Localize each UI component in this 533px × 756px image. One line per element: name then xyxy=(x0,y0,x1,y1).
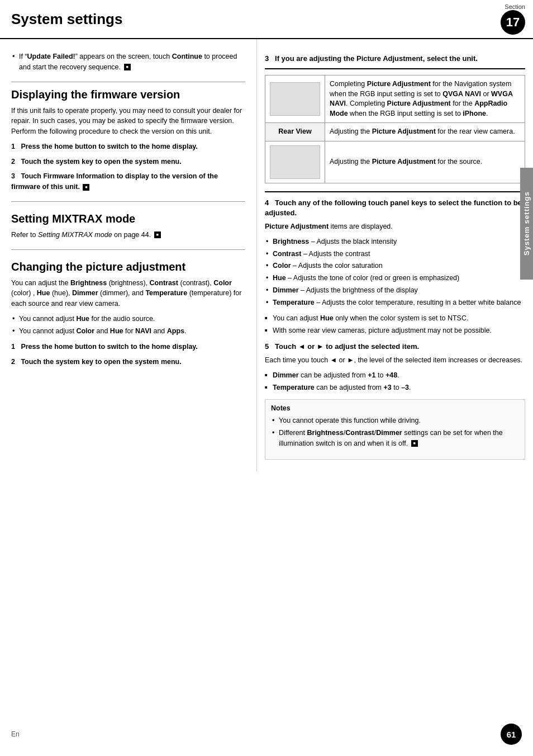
rear-view-label: Rear View xyxy=(265,123,325,141)
step-pic-1: 1 Press the home button to switch to the… xyxy=(11,342,245,352)
step4-bullets: Brightness – Adjusts the black intensity… xyxy=(265,237,525,308)
changing-picture-title: Changing the picture adjustment xyxy=(11,260,245,273)
square-bullet-rear-view: With some rear view cameras, picture adj… xyxy=(265,325,525,336)
header-bar: System settings Section 17 xyxy=(0,0,533,39)
bullet-temperature: Temperature – Adjusts the color temperat… xyxy=(265,297,525,308)
section-divider-3 xyxy=(11,249,245,250)
notes-box: Notes You cannot operate this function w… xyxy=(265,399,525,459)
footer-bar: En 61 xyxy=(0,724,533,745)
square-bullet-dimmer-range: Dimmer can be adjusted from +1 to +48. xyxy=(265,370,525,381)
content-area: If “Update Failed!” appears on the scree… xyxy=(0,39,533,471)
bullet-dimmer: Dimmer – Adjusts the brightness of the d… xyxy=(265,285,525,296)
stop-marker-4: ■ xyxy=(411,440,418,447)
right-column: 3 If you are adjusting the Picture Adjus… xyxy=(257,39,533,471)
step-disp-2: 2 Touch the system key to open the syste… xyxy=(11,157,245,167)
step-pic-2: 2 Touch the system key to open the syste… xyxy=(11,357,245,367)
bullet-hue: Hue – Adjusts the tone of color (red or … xyxy=(265,273,525,284)
update-failed-note: If “Update Failed!” appears on the scree… xyxy=(11,51,245,73)
table-cell-rear-desc: Adjusting the Picture Adjustment for the… xyxy=(325,123,525,141)
stop-marker-2: ■ xyxy=(83,184,89,191)
bullet-brightness: Brightness – Adjusts the black intensity xyxy=(265,237,525,247)
step4-sub: Picture Adjustment items are displayed. xyxy=(265,221,525,232)
footer-lang: En xyxy=(11,730,20,738)
section-divider-2 xyxy=(11,201,245,202)
notes-bullet-1: You cannot operate this function while d… xyxy=(271,415,519,426)
step5-square-bullets: Dimmer can be adjusted from +1 to +48. T… xyxy=(265,370,525,393)
right-divider-1 xyxy=(265,68,525,69)
notes-title: Notes xyxy=(271,404,519,412)
nav-image-placeholder xyxy=(270,82,320,116)
table-row-1: Completing Picture Adjustment for the Na… xyxy=(265,75,525,123)
sidebar-label: System settings xyxy=(520,168,533,280)
stop-marker: ■ xyxy=(124,64,131,70)
update-failed-text: If “Update Failed!” appears on the scree… xyxy=(11,51,245,73)
table-cell-img1 xyxy=(265,75,325,123)
bullet-contrast: Contrast – Adjusts the contrast xyxy=(265,249,525,259)
displaying-firmware-intro: If this unit fails to operate properly, … xyxy=(11,106,245,137)
setting-mixtrax-text: Refer to Setting MIXTRAX mode on page 44… xyxy=(11,230,245,240)
page-container: System settings Section 17 If “Update Fa… xyxy=(0,0,533,756)
notes-bullet-2: Different Brightness/Contrast/Dimmer set… xyxy=(271,428,519,449)
step-disp-3: 3 Touch Firmware Information to display … xyxy=(11,171,245,192)
bullet-color-hue-navi: You cannot adjust Color and Hue for NAVI… xyxy=(11,326,245,337)
step3-heading: 3 If you are adjusting the Picture Adjus… xyxy=(265,54,525,64)
footer-page: 61 xyxy=(501,724,522,745)
table-cell-desc1: Completing Picture Adjustment for the Na… xyxy=(325,75,525,123)
bullet-color: Color – Adjusts the color saturation xyxy=(265,261,525,271)
step5-heading: 5 Touch ◄ or ► to adjust the selected it… xyxy=(265,342,525,352)
section-divider-1 xyxy=(11,82,245,82)
section-label: Section xyxy=(505,3,525,10)
table-row-3: Adjusting the Picture Adjustment for the… xyxy=(265,141,525,183)
square-bullet-temp-range: Temperature can be adjusted from +3 to –… xyxy=(265,382,525,393)
stop-marker-3: ■ xyxy=(154,231,161,238)
left-column: If “Update Failed!” appears on the scree… xyxy=(0,39,257,471)
table-row-rear-view: Rear View Adjusting the Picture Adjustme… xyxy=(265,123,525,141)
section-badge: Section 17 xyxy=(501,3,525,35)
bullet-hue-audio: You cannot adjust Hue for the audio sour… xyxy=(11,314,245,324)
step4-heading: 4 Touch any of the following touch panel… xyxy=(265,198,525,218)
step-disp-1: 1 Press the home button to switch to the… xyxy=(11,141,245,152)
page-title: System settings xyxy=(11,11,122,28)
step4-square-bullets: You can adjust Hue only when the color s… xyxy=(265,313,525,336)
table-cell-desc3: Adjusting the Picture Adjustment for the… xyxy=(325,141,525,183)
picture-table: Completing Picture Adjustment for the Na… xyxy=(265,75,525,183)
right-divider-2 xyxy=(265,191,525,192)
source-image-placeholder xyxy=(270,145,320,179)
changing-picture-bullets: You cannot adjust Hue for the audio sour… xyxy=(11,314,245,337)
square-bullet-hue-ntsc: You can adjust Hue only when the color s… xyxy=(265,313,525,324)
step5-text: Each time you touch ◄ or ►, the level of… xyxy=(265,355,525,366)
changing-picture-intro: You can adjust the Brightness (brightnes… xyxy=(11,278,245,309)
section-number: 17 xyxy=(501,10,525,35)
notes-bullets: You cannot operate this function while d… xyxy=(271,415,519,448)
table-cell-img3 xyxy=(265,141,325,183)
displaying-firmware-title: Displaying the firmware version xyxy=(11,88,245,101)
setting-mixtrax-title: Setting MIXTRAX mode xyxy=(11,212,245,225)
